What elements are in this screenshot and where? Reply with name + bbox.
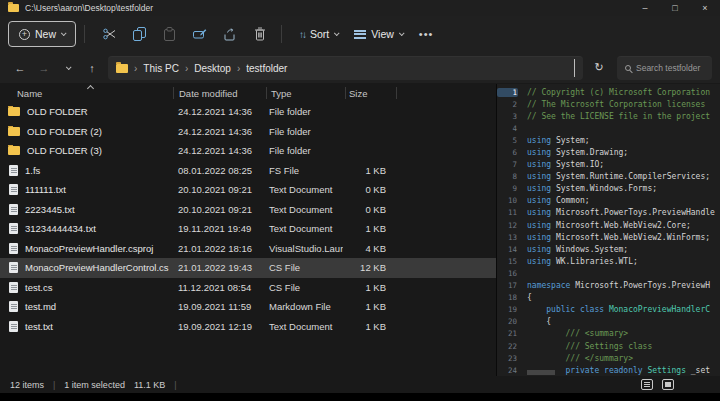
table-row[interactable]: 2223445.txt 20.10.2021 09:21 Text Docume… [0, 200, 496, 220]
file-name-cell: OLD FOLDER (3) [0, 145, 173, 156]
chevron-down-icon [61, 30, 67, 36]
file-name-cell: 111111.txt [0, 184, 173, 195]
file-name-cell: MonacoPreviewHandlerControl.cs [0, 262, 173, 273]
table-row[interactable]: MonacoPreviewHandler.csproj 21.01.2022 1… [0, 239, 496, 259]
code-text: using System.Runtime.CompilerServices; [518, 172, 710, 181]
file-name-cell: MonacoPreviewHandler.csproj [0, 243, 173, 254]
recent-locations-button[interactable] [56, 56, 80, 80]
file-type-cell: FS File [265, 165, 343, 176]
delete-button[interactable] [246, 21, 273, 48]
status-divider: | [174, 380, 176, 390]
file-icon [9, 243, 18, 254]
search-icon [625, 65, 631, 71]
table-row[interactable]: 31234444434.txt 19.11.2021 19:49 Text Do… [0, 219, 496, 239]
table-row[interactable]: MonacoPreviewHandlerControl.cs 21.01.202… [0, 258, 496, 278]
code-text: /// <summary> [518, 329, 628, 338]
address-dropdown-button[interactable] [574, 59, 575, 77]
rename-icon [193, 28, 207, 41]
column-divider[interactable] [396, 87, 397, 99]
chevron-down-icon [66, 64, 72, 70]
rename-button[interactable] [186, 21, 213, 48]
code-text: using Windows.System; [518, 245, 628, 254]
table-row[interactable]: OLD FOLDER (2) 24.12.2021 14:36 File fol… [0, 122, 496, 142]
code-line: 13using Microsoft.Web.WebView2.WinForms; [497, 231, 720, 243]
breadcrumb-item[interactable]: This PC [139, 63, 183, 74]
breadcrumb-item[interactable]: Desktop [190, 63, 235, 74]
line-number: 2 [497, 100, 518, 109]
forward-button[interactable]: → [32, 56, 56, 80]
code-line: 3// See the LICENSE file in the project [497, 110, 720, 122]
copy-button[interactable] [126, 21, 153, 48]
file-size-cell: 1 KB [343, 282, 393, 293]
trash-icon [254, 27, 266, 41]
file-icon [9, 165, 18, 176]
column-header-type[interactable]: Type [267, 84, 345, 102]
file-date-cell: 20.10.2021 09:21 [173, 204, 265, 215]
column-header-date-modified[interactable]: Date modified [174, 84, 266, 102]
folder-icon [8, 4, 19, 12]
file-type-cell: File folder [265, 145, 343, 156]
details-view-toggle-icon[interactable] [641, 379, 653, 390]
table-row[interactable]: 1.fs 08.01.2022 08:25 FS File 1 KB [0, 161, 496, 181]
file-type-cell: Text Document [265, 223, 343, 234]
line-number: 24 [497, 366, 518, 375]
file-type-cell: Text Document [265, 321, 343, 332]
file-type-cell: Text Document [265, 204, 343, 215]
table-row[interactable]: OLD FOLDER 24.12.2021 14:36 File folder [0, 102, 496, 122]
view-button[interactable]: View [347, 21, 410, 48]
file-name: OLD FOLDER [27, 106, 88, 117]
chevron-down-icon [334, 30, 340, 36]
search-box[interactable] [617, 56, 712, 80]
file-name: 31234444434.txt [25, 223, 96, 234]
sort-button[interactable]: ↑↓ Sort [292, 21, 345, 48]
column-header-size[interactable]: Size [346, 84, 396, 102]
table-row[interactable]: 111111.txt 20.10.2021 09:21 Text Documen… [0, 180, 496, 200]
code-line: 8using System.Runtime.CompilerServices; [497, 171, 720, 183]
table-row[interactable]: OLD FOLDER (3) 24.12.2021 14:36 File fol… [0, 141, 496, 161]
window-title: C:\Users\aaron\Desktop\testfolder [25, 3, 153, 13]
toolbar-divider [84, 25, 85, 43]
new-button[interactable]: New [8, 21, 76, 47]
large-icons-view-toggle-icon[interactable] [662, 379, 674, 390]
file-size-cell: 4 KB [343, 243, 393, 254]
breadcrumb-item[interactable]: testfolder [242, 63, 291, 74]
table-row[interactable]: test.md 19.09.2021 11:59 Markdown File 1… [0, 297, 496, 317]
sort-arrows-icon: ↑↓ [299, 29, 305, 40]
code-line: 9using System.Windows.Forms; [497, 183, 720, 195]
minimize-button[interactable]: – [630, 0, 660, 16]
column-label: Type [271, 88, 292, 99]
plus-circle-icon [19, 29, 30, 40]
cut-button[interactable] [96, 21, 123, 48]
new-button-label: New [35, 28, 56, 40]
close-button[interactable]: × [690, 0, 720, 16]
maximize-button[interactable]: □ [660, 0, 690, 16]
share-button[interactable] [216, 21, 243, 48]
line-number: 13 [497, 233, 518, 242]
file-size-cell: 0 KB [343, 204, 393, 215]
file-date-cell: 11.12.2021 08:54 [173, 282, 265, 293]
table-row[interactable]: test.cs 11.12.2021 08:54 CS File 1 KB [0, 278, 496, 298]
see-more-button[interactable]: ••• [412, 21, 441, 48]
refresh-button[interactable]: ↻ [587, 56, 611, 80]
address-bar[interactable]: ›This PC›Desktop›testfolder [108, 56, 583, 80]
file-icon [8, 107, 20, 116]
column-header-name[interactable]: Name [0, 84, 173, 102]
horizontal-scrollbar[interactable] [527, 370, 555, 375]
paste-button[interactable] [156, 21, 183, 48]
line-number: 6 [497, 148, 518, 157]
code-text: using Microsoft.Web.WebView2.Core; [518, 221, 691, 230]
search-input[interactable] [636, 63, 706, 73]
paste-icon [163, 27, 176, 41]
code-line: 20 { [497, 316, 720, 328]
file-name: test.txt [25, 321, 53, 332]
file-icon [9, 301, 18, 312]
code-line: 22 /// Settings class [497, 340, 720, 352]
back-button[interactable]: ← [8, 56, 32, 80]
main-content: Name Date modified Type Size OLD FOLDER … [0, 84, 720, 376]
view-toggles [641, 379, 674, 390]
up-button[interactable]: ↑ [80, 56, 104, 80]
file-icon [9, 184, 18, 195]
file-icon [8, 146, 20, 155]
table-row[interactable]: test.txt 19.09.2021 12:19 Text Document … [0, 317, 496, 337]
code-line: 18{ [497, 292, 720, 304]
